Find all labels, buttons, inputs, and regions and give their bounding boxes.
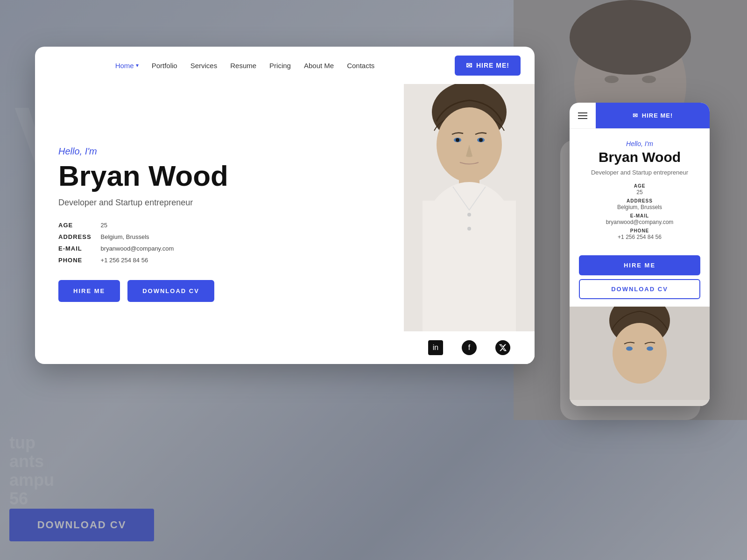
mobile-button-panel: HIRE ME DOWNLOAD CV — [570, 255, 710, 307]
mobile-address-row: ADDRESS Belgium, Brussels — [579, 198, 700, 210]
svg-point-18 — [467, 227, 471, 231]
svg-point-12 — [456, 138, 459, 142]
hire-me-button[interactable]: HIRE ME — [58, 280, 120, 302]
desktop-photo — [404, 84, 535, 364]
svg-point-22 — [626, 347, 633, 351]
email-value: bryanwood@company.com — [101, 245, 381, 252]
svg-point-17 — [467, 213, 471, 217]
mobile-navbar: ✉ HIRE ME! — [570, 103, 710, 129]
hello-text: Hello, I'm — [58, 146, 381, 157]
nav-item-about[interactable]: About Me — [304, 62, 334, 70]
nav-item-pricing[interactable]: Pricing — [269, 62, 291, 70]
mobile-age-row: AGE 25 — [579, 183, 700, 196]
hamburger-menu-button[interactable] — [570, 103, 596, 129]
mobile-info-table: AGE 25 ADDRESS Belgium, Brussels E-MAIL … — [579, 183, 700, 240]
linkedin-icon[interactable]: in — [428, 340, 443, 355]
age-value: 25 — [101, 222, 381, 229]
nav-item-home[interactable]: Home — [115, 62, 139, 70]
subtitle-text: Developer and Startup entrepreneur — [58, 198, 381, 208]
nav-item-services[interactable]: Services — [190, 62, 218, 70]
svg-point-23 — [647, 347, 653, 351]
mobile-photo-strip — [570, 307, 710, 406]
phone-value: +1 256 254 84 56 — [101, 257, 381, 264]
mobile-mail-icon: ✉ — [633, 112, 638, 119]
desktop-navbar: Home Portfolio Services Resume Pricing A… — [35, 47, 535, 84]
hamburger-icon — [578, 112, 587, 119]
mobile-hello-text: Hello, I'm — [579, 140, 700, 147]
desktop-card: Home Portfolio Services Resume Pricing A… — [35, 47, 535, 364]
address-label: ADDRESS — [58, 233, 92, 240]
nav-item-resume[interactable]: Resume — [230, 62, 256, 70]
mobile-info-panel: Hello, I'm Bryan Wood Developer and Star… — [570, 129, 710, 255]
nav-item-portfolio[interactable]: Portfolio — [152, 62, 177, 70]
hire-me-nav-button[interactable]: ✉ HIRE ME! — [455, 56, 521, 76]
mobile-hire-nav-button[interactable]: ✉ HIRE ME! — [596, 103, 710, 128]
age-label: AGE — [58, 222, 92, 229]
mobile-name-heading: Bryan Wood — [579, 149, 700, 165]
social-bar: in f — [404, 331, 535, 364]
desktop-content: Hello, I'm Bryan Wood Developer and Star… — [35, 84, 535, 364]
desktop-left-panel: Hello, I'm Bryan Wood Developer and Star… — [35, 84, 404, 364]
mail-icon: ✉ — [466, 61, 472, 70]
info-table: AGE 25 ADDRESS Belgium, Brussels E-MAIL … — [58, 222, 381, 264]
download-cv-button[interactable]: DOWNLOAD CV — [127, 280, 214, 302]
desktop-photo-panel: in f — [404, 84, 535, 364]
mobile-card: ✉ HIRE ME! Hello, I'm Bryan Wood Develop… — [570, 103, 710, 406]
mobile-hire-me-button[interactable]: HIRE ME — [579, 255, 700, 275]
svg-point-21 — [613, 323, 667, 384]
phone-label: PHONE — [58, 257, 92, 264]
button-row: HIRE ME DOWNLOAD CV — [58, 280, 381, 302]
mobile-download-cv-button[interactable]: DOWNLOAD CV — [579, 279, 700, 299]
svg-point-13 — [479, 138, 483, 142]
nav-item-contacts[interactable]: Contacts — [347, 62, 374, 70]
facebook-icon[interactable]: f — [462, 340, 477, 355]
mobile-email-row: E-MAIL bryanwood@company.com — [579, 213, 700, 225]
mobile-subtitle: Developer and Startup entrepreneur — [579, 169, 700, 176]
mobile-content: Hello, I'm Bryan Wood Developer and Star… — [570, 129, 710, 406]
twitter-icon[interactable] — [495, 340, 510, 355]
email-label: E-MAIL — [58, 245, 92, 252]
nav-items: Home Portfolio Services Resume Pricing A… — [49, 62, 441, 70]
name-heading: Bryan Wood — [58, 161, 381, 191]
mobile-phone-row: PHONE +1 256 254 84 56 — [579, 228, 700, 240]
address-value: Belgium, Brussels — [101, 233, 381, 240]
